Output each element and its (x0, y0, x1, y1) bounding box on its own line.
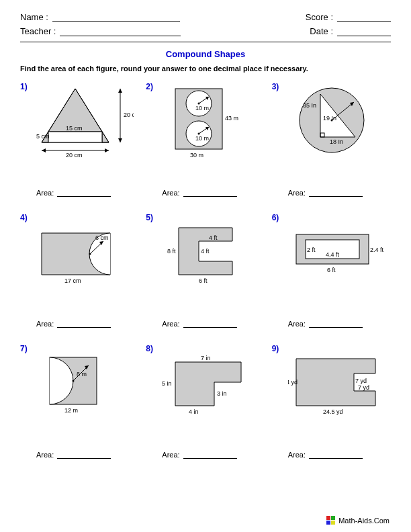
footer-text: Math-Aids.Com (338, 517, 390, 525)
dim-inner-h: 2 ft (307, 247, 316, 253)
area-label: Area: (36, 189, 54, 197)
svg-marker-6 (118, 138, 122, 142)
dim-width: 30 m (190, 152, 203, 159)
figure-4: 6 cm 17 cm (36, 214, 134, 292)
answer-line[interactable] (57, 320, 111, 328)
logo-icon (326, 516, 336, 525)
problem-number: 1) (20, 82, 28, 91)
problem-number: 3) (272, 82, 279, 91)
answer-line[interactable] (309, 320, 363, 328)
svg-rect-34 (326, 516, 330, 520)
name-label: Name : (20, 12, 48, 22)
name-field: Name : (20, 12, 180, 22)
area-label: Area: (288, 189, 306, 197)
problem-number: 9) (272, 344, 279, 353)
svg-marker-9 (105, 148, 109, 152)
dim-base: 20 cm (66, 152, 83, 159)
dim-step-h: 3 in (217, 390, 227, 397)
date-field: Date : (310, 26, 391, 36)
figure-6: 2 ft 4.4 ft 2.4 ft 6 ft (288, 214, 385, 292)
score-input-line[interactable] (337, 13, 391, 22)
dim-inner-w: 15 cm (66, 125, 83, 132)
dim-notch-h: 7 yd (355, 378, 367, 384)
area-label: Area: (288, 320, 306, 328)
svg-point-33 (73, 380, 75, 382)
problem-5: 5) 8 ft 4 ft 4 ft 6 ft Area: (146, 212, 265, 343)
dim-r: 8 m (77, 371, 87, 378)
name-input-line[interactable] (52, 13, 180, 22)
dim-outer-h: 2.4 ft (370, 247, 384, 253)
answer-field: Area: (288, 320, 363, 328)
footer: Math-Aids.Com (326, 516, 390, 525)
problem-8: 8) 7 in 5 in 3 in 4 in Area: (146, 343, 265, 474)
area-label: Area: (162, 320, 179, 328)
problem-number: 2) (146, 82, 153, 91)
dim-height: 8 ft (167, 248, 176, 255)
dim-width: 12 m (64, 407, 78, 414)
figure-3: 35 In 19 In 18 In (288, 83, 385, 161)
dim-notch-h: 4 ft (201, 248, 210, 255)
answer-field: Area: (36, 320, 111, 328)
dim-left: 14 yd (288, 379, 298, 386)
figure-8: 7 in 5 in 3 in 4 in (162, 345, 259, 423)
score-field: Score : (306, 12, 391, 22)
svg-marker-8 (42, 148, 46, 152)
problem-number: 7) (20, 344, 28, 353)
dim-height: 20 cm (124, 112, 134, 118)
dim-notch-w: 7 yd (358, 384, 369, 391)
answer-field: Area: (288, 451, 363, 459)
svg-rect-3 (48, 132, 102, 142)
answer-field: Area: (288, 189, 363, 197)
answer-line[interactable] (183, 451, 237, 459)
teacher-field: Teacher : (20, 26, 181, 36)
problem-number: 4) (20, 213, 28, 222)
area-label: Area: (162, 451, 179, 459)
area-label: Area: (162, 189, 179, 197)
dim-r1: 10 m (195, 105, 209, 112)
figure-2: 10 m 10 m 43 m 30 m (162, 83, 259, 161)
problem-7: 7) 8 m 12 m Area: (20, 343, 139, 474)
worksheet-title: Compound Shapes (20, 49, 391, 59)
teacher-input-line[interactable] (60, 27, 181, 36)
dim-r: 6 cm (95, 234, 109, 241)
dim-outer-w: 6 ft (327, 267, 336, 273)
area-label: Area: (36, 320, 54, 328)
problem-4: 4) 6 cm 17 cm Area: (20, 212, 139, 343)
problem-1: 1) 20 cm 20 cm 15 cm 5 cm (20, 81, 139, 212)
svg-rect-37 (331, 521, 335, 525)
dim-inner-h: 5 cm (36, 133, 50, 140)
svg-rect-35 (331, 516, 335, 520)
dim-bottom: 24.5 yd (323, 408, 343, 415)
header-divider (20, 42, 391, 42)
instructions: Find the area of each figure, round your… (20, 64, 391, 73)
answer-line[interactable] (57, 189, 111, 197)
answer-line[interactable] (309, 189, 363, 197)
date-label: Date : (310, 26, 333, 36)
figure-7: 8 m 12 m (36, 345, 134, 423)
answer-field: Area: (36, 189, 111, 197)
date-input-line[interactable] (337, 27, 391, 36)
problem-9: 9) 14 yd 7 yd 7 yd 24.5 yd Area: (272, 343, 391, 474)
area-label: Area: (36, 451, 54, 459)
svg-rect-36 (326, 521, 330, 525)
dim-leg-h: 18 In (330, 138, 343, 145)
problem-3: 3) 35 In 19 In 18 In Area: (272, 81, 391, 212)
answer-line[interactable] (183, 320, 237, 328)
dim-width: 17 cm (64, 277, 81, 284)
svg-marker-5 (118, 89, 122, 93)
answer-line[interactable] (309, 451, 363, 459)
dim-r2: 10 m (195, 135, 209, 142)
svg-point-27 (89, 253, 91, 255)
answer-line[interactable] (183, 189, 237, 197)
answer-field: Area: (36, 451, 111, 459)
dim-inner-w: 4.4 ft (326, 251, 340, 258)
dim-bottom: 4 in (189, 408, 199, 415)
dim-notch-w: 4 ft (209, 234, 218, 241)
answer-field: Area: (162, 189, 236, 197)
problem-number: 8) (146, 344, 153, 353)
answer-line[interactable] (57, 451, 111, 459)
answer-field: Area: (162, 320, 236, 328)
problem-number: 5) (146, 213, 153, 222)
dim-hyp: 35 In (303, 102, 316, 109)
dim-leg-v: 19 In (323, 115, 336, 122)
